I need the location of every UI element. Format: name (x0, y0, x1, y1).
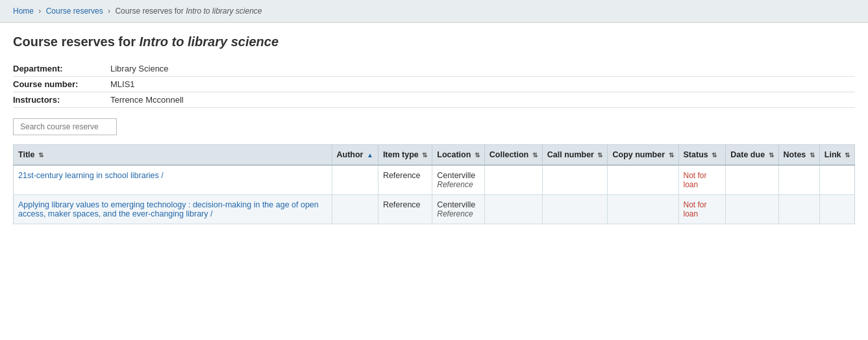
cell-copy-number (608, 195, 678, 224)
cell-copy-number (608, 165, 678, 195)
location-main: Centerville (437, 200, 480, 209)
course-number-value: MLIS1 (110, 79, 135, 89)
col-call-number[interactable]: Call number ⇅ (542, 145, 608, 166)
department-value: Library Science (110, 64, 169, 73)
cell-collection (484, 165, 542, 195)
col-notes[interactable]: Notes ⇅ (778, 145, 819, 166)
metadata-instructors-row: Instructors: Terrence Mcconnell (13, 92, 855, 108)
col-copy-number[interactable]: Copy number ⇅ (608, 145, 678, 166)
page-wrapper: Home › Course reserves › Course reserves… (0, 0, 868, 340)
cell-date-due (726, 195, 778, 224)
cell-call-number (542, 165, 608, 195)
department-label: Department: (13, 64, 110, 73)
col-date-due[interactable]: Date due ⇅ (726, 145, 778, 166)
cell-link (819, 165, 854, 195)
table-row: Applying library values to emerging tech… (14, 195, 855, 224)
link-sort-icon: ⇅ (845, 151, 850, 159)
title-link[interactable]: Applying library values to emerging tech… (18, 200, 319, 218)
title-link[interactable]: 21st-century learning in school librarie… (18, 171, 164, 180)
cell-call-number (542, 195, 608, 224)
notes-sort-icon: ⇅ (810, 151, 815, 159)
table-row: 21st-century learning in school librarie… (14, 165, 855, 195)
cell-author (332, 165, 378, 195)
search-bar-container (13, 118, 855, 135)
cell-status: Not for loan (678, 165, 726, 195)
copy-number-sort-icon: ⇅ (669, 151, 674, 159)
metadata-department-row: Department: Library Science (13, 61, 855, 77)
cell-collection (484, 195, 542, 224)
page-title-prefix: Course reserves for (13, 34, 140, 49)
cell-status: Not for loan (678, 195, 726, 224)
col-link[interactable]: Link ⇅ (819, 145, 854, 166)
title-sort-icon: ⇅ (38, 151, 43, 159)
page-title: Course reserves for Intro to library sci… (13, 34, 855, 49)
cell-author (332, 195, 378, 224)
breadcrumb-sep-2: › (108, 7, 110, 16)
cell-item-type: Reference (378, 165, 432, 195)
collection-sort-icon: ⇅ (532, 151, 538, 159)
status-badge: Not for loan (684, 200, 707, 218)
instructors-value: Terrence Mcconnell (110, 95, 184, 105)
cell-item-type: Reference (378, 195, 432, 224)
breadcrumb-current-prefix: Course reserves for (115, 7, 186, 16)
instructors-label: Instructors: (13, 95, 110, 105)
search-input[interactable] (13, 118, 117, 135)
main-content: Course reserves for Intro to library sci… (0, 23, 868, 236)
breadcrumb: Home › Course reserves › Course reserves… (0, 0, 868, 23)
item-type-sort-icon: ⇅ (422, 151, 427, 159)
status-sort-icon: ⇅ (712, 151, 717, 159)
status-badge: Not for loan (684, 171, 707, 189)
location-sub: Reference (437, 209, 480, 218)
cell-notes (778, 195, 819, 224)
breadcrumb-course-name: Intro to library science (186, 7, 262, 16)
col-collection[interactable]: Collection ⇅ (484, 145, 542, 166)
col-item-type[interactable]: Item type ⇅ (378, 145, 432, 166)
date-due-sort-icon: ⇅ (769, 151, 774, 159)
cell-title: Applying library values to emerging tech… (14, 195, 332, 224)
metadata-table: Department: Library Science Course numbe… (13, 61, 855, 108)
cell-title: 21st-century learning in school librarie… (14, 165, 332, 195)
author-sort-icon: ▲ (367, 151, 373, 159)
cell-link (819, 195, 854, 224)
cell-location: CentervilleReference (432, 165, 485, 195)
metadata-course-number-row: Course number: MLIS1 (13, 77, 855, 92)
col-status[interactable]: Status ⇅ (678, 145, 726, 166)
table-header-row: Title ⇅ Author ▲ Item type ⇅ Location ⇅ (14, 145, 855, 166)
cell-date-due (726, 165, 778, 195)
location-sort-icon: ⇅ (475, 151, 480, 159)
call-number-sort-icon: ⇅ (597, 151, 602, 159)
breadcrumb-sep-1: › (38, 7, 41, 16)
page-title-course: Intro to library science (140, 34, 279, 49)
breadcrumb-home[interactable]: Home (13, 7, 34, 16)
course-number-label: Course number: (13, 79, 110, 89)
breadcrumb-reserves[interactable]: Course reserves (46, 7, 103, 16)
breadcrumb-current: Course reserves for Intro to library sci… (115, 7, 262, 16)
reserves-table: Title ⇅ Author ▲ Item type ⇅ Location ⇅ (13, 144, 855, 224)
col-author[interactable]: Author ▲ (332, 145, 378, 166)
cell-location: CentervilleReference (432, 195, 485, 224)
col-title[interactable]: Title ⇅ (14, 145, 332, 166)
col-location[interactable]: Location ⇅ (432, 145, 485, 166)
location-main: Centerville (437, 171, 480, 180)
cell-notes (778, 165, 819, 195)
location-sub: Reference (437, 180, 480, 189)
